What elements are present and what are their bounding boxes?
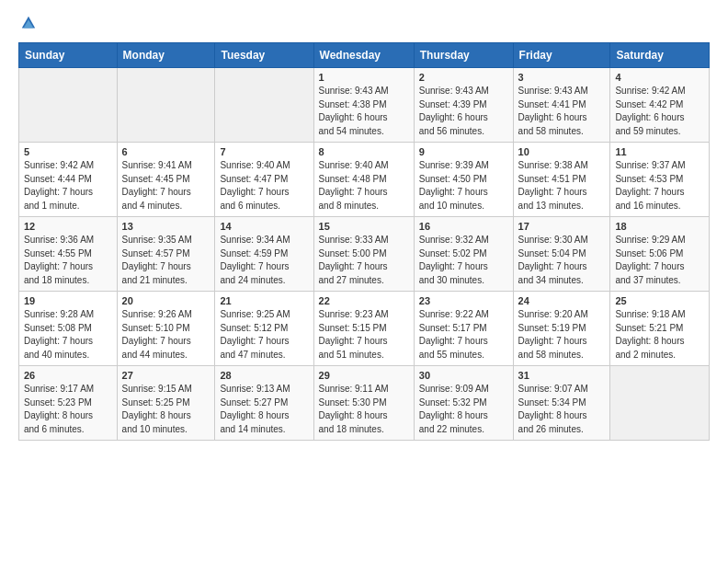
day-cell: 4Sunrise: 9:42 AMSunset: 4:42 PMDaylight… [610, 68, 710, 143]
day-info: Sunrise: 9:13 AMSunset: 5:27 PMDaylight:… [220, 383, 308, 436]
weekday-monday: Monday [117, 43, 215, 68]
header [18, 15, 710, 31]
week-row-5: 26Sunrise: 9:17 AMSunset: 5:23 PMDayligh… [19, 366, 710, 441]
day-number: 15 [319, 221, 409, 232]
day-cell: 9Sunrise: 9:39 AMSunset: 4:50 PMDaylight… [414, 143, 513, 217]
logo [18, 15, 37, 31]
day-number: 14 [220, 221, 308, 232]
day-cell: 5Sunrise: 9:42 AMSunset: 4:44 PMDaylight… [19, 143, 118, 217]
day-cell: 17Sunrise: 9:30 AMSunset: 5:04 PMDayligh… [513, 217, 610, 292]
day-info: Sunrise: 9:17 AMSunset: 5:23 PMDaylight:… [24, 383, 112, 436]
day-number: 21 [220, 295, 308, 306]
day-cell: 16Sunrise: 9:32 AMSunset: 5:02 PMDayligh… [414, 217, 513, 292]
day-number: 17 [518, 221, 606, 232]
week-row-3: 12Sunrise: 9:36 AMSunset: 4:55 PMDayligh… [19, 217, 710, 292]
day-info: Sunrise: 9:43 AMSunset: 4:39 PMDaylight:… [419, 85, 508, 138]
day-cell: 10Sunrise: 9:38 AMSunset: 4:51 PMDayligh… [513, 143, 610, 217]
day-info: Sunrise: 9:09 AMSunset: 5:32 PMDaylight:… [419, 383, 508, 436]
day-info: Sunrise: 9:07 AMSunset: 5:34 PMDaylight:… [518, 383, 606, 436]
day-info: Sunrise: 9:43 AMSunset: 4:41 PMDaylight:… [518, 85, 606, 138]
day-number: 6 [122, 146, 210, 157]
day-cell [19, 68, 118, 143]
day-cell: 18Sunrise: 9:29 AMSunset: 5:06 PMDayligh… [610, 217, 710, 292]
day-number: 16 [419, 221, 508, 232]
day-number: 3 [518, 72, 606, 83]
day-number: 2 [419, 72, 508, 83]
day-number: 26 [24, 370, 112, 381]
day-cell: 15Sunrise: 9:33 AMSunset: 5:00 PMDayligh… [313, 217, 414, 292]
day-info: Sunrise: 9:26 AMSunset: 5:10 PMDaylight:… [122, 308, 210, 362]
day-info: Sunrise: 9:36 AMSunset: 4:55 PMDaylight:… [24, 234, 112, 287]
day-cell: 8Sunrise: 9:40 AMSunset: 4:48 PMDaylight… [313, 143, 414, 217]
day-cell: 26Sunrise: 9:17 AMSunset: 5:23 PMDayligh… [19, 366, 118, 441]
day-cell: 2Sunrise: 9:43 AMSunset: 4:39 PMDaylight… [414, 68, 513, 143]
day-number: 4 [615, 72, 704, 83]
weekday-saturday: Saturday [610, 43, 710, 68]
day-number: 23 [419, 295, 508, 306]
day-number: 8 [319, 146, 409, 157]
day-number: 18 [615, 221, 704, 232]
day-number: 28 [220, 370, 308, 381]
day-info: Sunrise: 9:42 AMSunset: 4:42 PMDaylight:… [615, 85, 704, 138]
calendar: SundayMondayTuesdayWednesdayThursdayFrid… [18, 42, 710, 441]
day-number: 5 [24, 146, 112, 157]
day-info: Sunrise: 9:35 AMSunset: 4:57 PMDaylight:… [122, 234, 210, 287]
day-info: Sunrise: 9:18 AMSunset: 5:21 PMDaylight:… [615, 308, 704, 362]
day-info: Sunrise: 9:34 AMSunset: 4:59 PMDaylight:… [220, 234, 308, 287]
day-info: Sunrise: 9:23 AMSunset: 5:15 PMDaylight:… [319, 308, 409, 362]
day-cell: 21Sunrise: 9:25 AMSunset: 5:12 PMDayligh… [215, 292, 313, 366]
day-number: 1 [319, 72, 409, 83]
day-cell: 29Sunrise: 9:11 AMSunset: 5:30 PMDayligh… [313, 366, 414, 441]
day-cell: 6Sunrise: 9:41 AMSunset: 4:45 PMDaylight… [117, 143, 215, 217]
day-info: Sunrise: 9:42 AMSunset: 4:44 PMDaylight:… [24, 159, 112, 213]
day-cell: 12Sunrise: 9:36 AMSunset: 4:55 PMDayligh… [19, 217, 118, 292]
weekday-friday: Friday [513, 43, 610, 68]
day-info: Sunrise: 9:33 AMSunset: 5:00 PMDaylight:… [319, 234, 409, 287]
page: SundayMondayTuesdayWednesdayThursdayFrid… [0, 0, 728, 455]
day-number: 13 [122, 221, 210, 232]
day-info: Sunrise: 9:29 AMSunset: 5:06 PMDaylight:… [615, 234, 704, 287]
day-cell: 23Sunrise: 9:22 AMSunset: 5:17 PMDayligh… [414, 292, 513, 366]
day-number: 11 [615, 146, 704, 157]
day-number: 25 [615, 295, 704, 306]
day-cell: 28Sunrise: 9:13 AMSunset: 5:27 PMDayligh… [215, 366, 313, 441]
day-number: 30 [419, 370, 508, 381]
day-number: 20 [122, 295, 210, 306]
day-cell: 20Sunrise: 9:26 AMSunset: 5:10 PMDayligh… [117, 292, 215, 366]
day-info: Sunrise: 9:40 AMSunset: 4:48 PMDaylight:… [319, 159, 409, 213]
day-cell [117, 68, 215, 143]
day-info: Sunrise: 9:40 AMSunset: 4:47 PMDaylight:… [220, 159, 308, 213]
week-row-1: 1Sunrise: 9:43 AMSunset: 4:38 PMDaylight… [19, 68, 710, 143]
weekday-tuesday: Tuesday [215, 43, 313, 68]
day-info: Sunrise: 9:39 AMSunset: 4:50 PMDaylight:… [419, 159, 508, 213]
day-number: 22 [319, 295, 409, 306]
weekday-sunday: Sunday [19, 43, 118, 68]
day-number: 10 [518, 146, 606, 157]
day-cell: 24Sunrise: 9:20 AMSunset: 5:19 PMDayligh… [513, 292, 610, 366]
day-info: Sunrise: 9:22 AMSunset: 5:17 PMDaylight:… [419, 308, 508, 362]
day-cell: 14Sunrise: 9:34 AMSunset: 4:59 PMDayligh… [215, 217, 313, 292]
weekday-header-row: SundayMondayTuesdayWednesdayThursdayFrid… [19, 43, 710, 68]
day-number: 31 [518, 370, 606, 381]
day-number: 9 [419, 146, 508, 157]
logo-icon [20, 15, 37, 31]
day-info: Sunrise: 9:37 AMSunset: 4:53 PMDaylight:… [615, 159, 704, 213]
day-cell: 11Sunrise: 9:37 AMSunset: 4:53 PMDayligh… [610, 143, 710, 217]
weekday-wednesday: Wednesday [313, 43, 414, 68]
day-info: Sunrise: 9:43 AMSunset: 4:38 PMDaylight:… [319, 85, 409, 138]
day-info: Sunrise: 9:25 AMSunset: 5:12 PMDaylight:… [220, 308, 308, 362]
day-cell [610, 366, 710, 441]
day-info: Sunrise: 9:32 AMSunset: 5:02 PMDaylight:… [419, 234, 508, 287]
day-cell: 3Sunrise: 9:43 AMSunset: 4:41 PMDaylight… [513, 68, 610, 143]
day-info: Sunrise: 9:30 AMSunset: 5:04 PMDaylight:… [518, 234, 606, 287]
weekday-thursday: Thursday [414, 43, 513, 68]
day-cell: 30Sunrise: 9:09 AMSunset: 5:32 PMDayligh… [414, 366, 513, 441]
day-cell: 7Sunrise: 9:40 AMSunset: 4:47 PMDaylight… [215, 143, 313, 217]
day-number: 27 [122, 370, 210, 381]
day-info: Sunrise: 9:41 AMSunset: 4:45 PMDaylight:… [122, 159, 210, 213]
day-cell: 25Sunrise: 9:18 AMSunset: 5:21 PMDayligh… [610, 292, 710, 366]
day-info: Sunrise: 9:11 AMSunset: 5:30 PMDaylight:… [319, 383, 409, 436]
day-cell: 27Sunrise: 9:15 AMSunset: 5:25 PMDayligh… [117, 366, 215, 441]
week-row-2: 5Sunrise: 9:42 AMSunset: 4:44 PMDaylight… [19, 143, 710, 217]
day-number: 12 [24, 221, 112, 232]
